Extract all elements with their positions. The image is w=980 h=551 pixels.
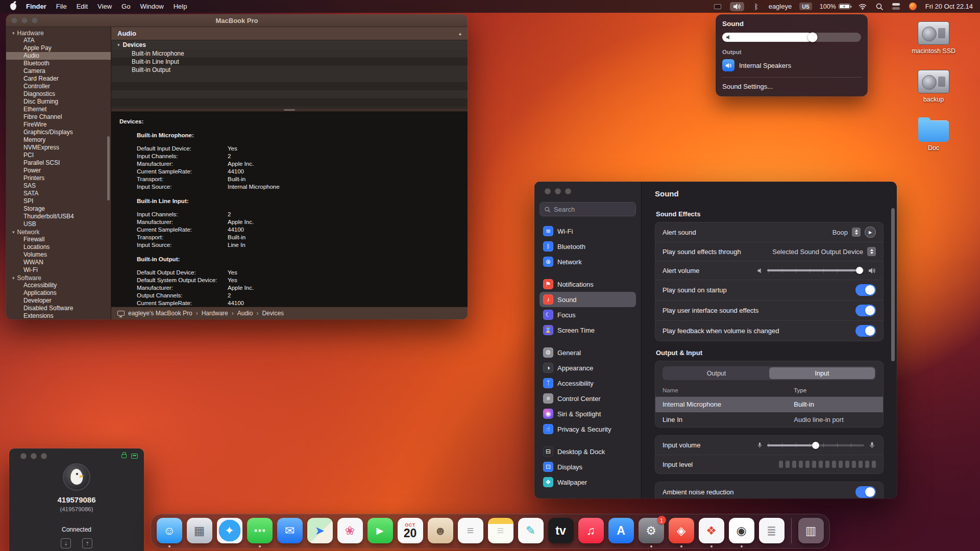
- sysinfo-sidebar-item[interactable]: SAS: [6, 182, 111, 190]
- input-source-menu[interactable]: US: [799, 3, 812, 10]
- dock-app-store[interactable]: A: [608, 518, 634, 543]
- settings-item-focus[interactable]: ☾ Focus: [540, 307, 636, 322]
- settings-item-accessibility[interactable]: ᛉ Accessibility: [540, 375, 636, 391]
- device-tree-item[interactable]: Built-in Microphone: [111, 49, 468, 58]
- dock-reminders[interactable]: ≡: [458, 518, 483, 543]
- app-menu-finder[interactable]: Finder: [26, 3, 46, 10]
- dock-maps[interactable]: ➤: [307, 518, 333, 543]
- screen-mirroring-icon[interactable]: [713, 2, 722, 11]
- sysinfo-sidebar-item[interactable]: SPI: [6, 197, 111, 205]
- toggle-switch[interactable]: [855, 305, 876, 316]
- alert-sound-play-button[interactable]: ▶: [865, 227, 876, 238]
- audio-pane-header[interactable]: Audio ▴: [111, 27, 468, 40]
- settings-header[interactable]: Sound: [642, 182, 897, 205]
- sysinfo-sidebar-item[interactable]: Firewall: [6, 236, 111, 243]
- dock-contacts[interactable]: ☻: [428, 518, 453, 543]
- input-volume-slider[interactable]: [767, 441, 864, 450]
- volume-slider[interactable]: [722, 32, 861, 42]
- sysinfo-sidebar-item[interactable]: Card Reader: [6, 75, 111, 83]
- sysinfo-sidebar-item[interactable]: Locations: [6, 243, 111, 251]
- menu-bar-clock[interactable]: Fri 20 Oct 22.14: [925, 3, 973, 10]
- dock-finder[interactable]: ☺: [157, 518, 182, 543]
- sysinfo-titlebar[interactable]: MacBook Pro: [6, 14, 468, 27]
- alert-sound-stepper[interactable]: [852, 228, 861, 237]
- menu-item[interactable]: Go: [121, 3, 130, 10]
- desktop-icon-doc[interactable]: Doc: [918, 118, 949, 152]
- tab-output[interactable]: Output: [664, 367, 769, 379]
- menu-item[interactable]: Window: [140, 3, 163, 10]
- settings-item-desktop-dock[interactable]: ⊟ Desktop & Dock: [540, 444, 636, 459]
- sidebar-scrollbar[interactable]: [107, 136, 110, 201]
- dock-messages[interactable]: ⋯: [247, 518, 273, 543]
- siri-icon[interactable]: [909, 2, 918, 11]
- settings-item-sound[interactable]: ♪ Sound: [540, 292, 636, 307]
- sysinfo-sidebar-group[interactable]: ▾ Hardware: [6, 29, 111, 37]
- zoom-button[interactable]: [41, 453, 47, 459]
- sysinfo-sidebar-item[interactable]: NVMExpress: [6, 144, 111, 152]
- dock-trash[interactable]: ▥: [798, 518, 824, 543]
- sysinfo-sidebar-item[interactable]: Fibre Channel: [6, 113, 111, 121]
- sysinfo-sidebar-item[interactable]: SATA: [6, 190, 111, 197]
- sysinfo-sidebar-item[interactable]: Extensions: [6, 312, 111, 319]
- toggle-switch[interactable]: [855, 325, 876, 337]
- settings-item-appearance[interactable]: ◑ Appearance: [540, 360, 636, 375]
- device-row-internal-microphone[interactable]: Internal Microphone Built-in: [655, 397, 883, 412]
- menu-item[interactable]: File: [56, 3, 67, 10]
- breadcrumb-item[interactable]: Hardware: [192, 310, 228, 317]
- desktop-icon-backup[interactable]: backup: [918, 70, 949, 103]
- tab-input[interactable]: Input: [769, 367, 875, 379]
- sysinfo-sidebar-item[interactable]: WWAN: [6, 259, 111, 266]
- dock-calendar[interactable]: OCT 20: [398, 518, 423, 543]
- settings-search-field[interactable]: Search: [540, 202, 636, 216]
- dock-system-settings[interactable]: ⚙ 1: [639, 518, 664, 543]
- settings-item-wallpaper[interactable]: ❖ Wallpaper: [540, 474, 636, 490]
- sysinfo-sidebar-item[interactable]: Wi-Fi: [6, 266, 111, 274]
- slider-thumb[interactable]: [807, 33, 817, 42]
- devices-tree-root[interactable]: ▾ Devices: [111, 40, 468, 49]
- control-center-icon[interactable]: [892, 2, 901, 11]
- dock-music[interactable]: ♫: [578, 518, 604, 543]
- dock-anydesk[interactable]: ◈: [669, 518, 694, 543]
- sysinfo-sidebar-item[interactable]: Developer: [6, 297, 111, 305]
- sysinfo-sidebar-item[interactable]: Accessibility: [6, 282, 111, 289]
- dock-safari[interactable]: ✦: [217, 518, 242, 543]
- sysinfo-sidebar-group[interactable]: ▾ Network: [6, 228, 111, 236]
- settings-item-notifications[interactable]: ⚑ Notifications: [540, 277, 636, 292]
- sound-settings-link[interactable]: Sound Settings...: [722, 83, 861, 90]
- sysinfo-sidebar-item[interactable]: Thunderbolt/USB4: [6, 213, 111, 220]
- close-button[interactable]: [545, 188, 551, 194]
- breadcrumb-item[interactable]: Devices: [253, 310, 284, 317]
- device-tree-item[interactable]: Built-in Line Input: [111, 58, 468, 66]
- dock-notes[interactable]: ≡: [488, 518, 513, 543]
- battery-indicator[interactable]: 100% ⚡: [820, 3, 850, 10]
- sysinfo-sidebar-item[interactable]: Storage: [6, 205, 111, 213]
- alert-volume-slider[interactable]: [767, 266, 864, 275]
- wifi-icon[interactable]: [858, 2, 867, 11]
- toggle-switch[interactable]: [855, 284, 876, 296]
- settings-item-wifi[interactable]: ≋ Wi-Fi: [540, 223, 636, 239]
- desktop-icon-macintosh-ssd[interactable]: macintosh SSD: [912, 21, 955, 55]
- pane-resize-handle[interactable]: [111, 108, 468, 112]
- dock-mail[interactable]: ✉: [277, 518, 303, 543]
- settings-item-bluetooth[interactable]: ᛒ Bluetooth: [540, 239, 636, 254]
- remote-screen-icon[interactable]: [131, 454, 138, 459]
- dock-remote-app[interactable]: ❖: [699, 518, 724, 543]
- sysinfo-sidebar-group[interactable]: ▾ Software: [6, 274, 111, 282]
- dock-tv[interactable]: tv: [548, 518, 574, 543]
- dock-freeform[interactable]: ✎: [518, 518, 544, 543]
- settings-item-displays[interactable]: ⊡ Displays: [540, 459, 636, 474]
- sysinfo-sidebar-item[interactable]: USB: [6, 220, 111, 228]
- sound-menu-icon[interactable]: [730, 2, 744, 11]
- apple-menu-icon[interactable]: [10, 3, 16, 10]
- sysinfo-sidebar-item[interactable]: Diagnostics: [6, 90, 111, 98]
- sysinfo-sidebar-item[interactable]: Volumes: [6, 251, 111, 259]
- sysinfo-sidebar-item[interactable]: Printers: [6, 174, 111, 182]
- settings-item-control-center[interactable]: ≡ Control Center: [540, 391, 636, 406]
- sysinfo-sidebar-item[interactable]: Applications: [6, 289, 111, 297]
- settings-item-screen-time[interactable]: ⌛ Screen Time: [540, 322, 636, 338]
- settings-item-general[interactable]: ⚙ General: [540, 345, 636, 360]
- menu-item[interactable]: Help: [174, 3, 187, 10]
- sysinfo-sidebar-item[interactable]: Camera: [6, 67, 111, 75]
- collapse-icon[interactable]: ▴: [459, 31, 461, 36]
- play-through-stepper[interactable]: [867, 247, 876, 256]
